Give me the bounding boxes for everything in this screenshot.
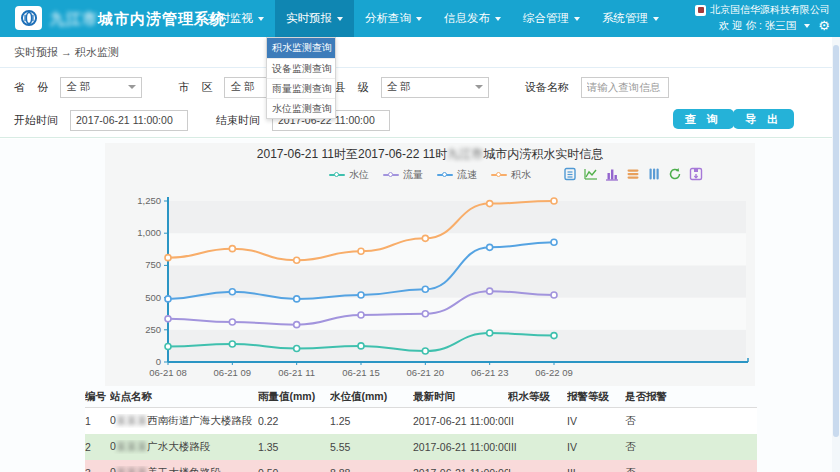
menu-item-3[interactable]: 水位监测查询 (267, 98, 335, 118)
svg-text:06-21 20: 06-21 20 (407, 367, 445, 378)
svg-text:06-21 15: 06-21 15 (342, 367, 380, 378)
main-nav: 实时监视实时预报分析查询信息发布综合管理系统管理 (196, 0, 670, 37)
chart-title-city-redacted: 九江市 (447, 147, 483, 161)
legend-item-流速[interactable]: 流速 (437, 168, 477, 182)
svg-text:1,000: 1,000 (137, 227, 161, 238)
column-header: 水位值(mm) (330, 390, 413, 404)
device-name-input[interactable] (581, 77, 669, 98)
table-cell: III (567, 467, 625, 472)
chevron-down-icon (804, 24, 810, 28)
table-cell: 1.25 (330, 415, 413, 427)
nav-item-1[interactable]: 实时预报 (275, 0, 354, 37)
station-id-redacted: 某某某 (116, 440, 148, 452)
station-id-redacted: 某某某 (116, 414, 148, 426)
table-cell: 3 (85, 467, 110, 472)
bar-chart-icon[interactable] (605, 167, 619, 181)
menu-item-1[interactable]: 设备监测查询 (267, 58, 335, 78)
app-header: 九江市城市内涝管理系统 实时监视实时预报分析查询信息发布综合管理系统管理 北京国… (0, 0, 840, 37)
svg-text:06-21 23: 06-21 23 (471, 367, 509, 378)
chart-panel: 2017-06-21 11时至2017-06-22 11时九江市城市内涝积水实时… (105, 143, 755, 386)
scrollbar-thumb[interactable] (833, 45, 839, 437)
menu-item-2[interactable]: 雨量监测查询 (267, 78, 335, 98)
chevron-down-icon (475, 85, 483, 89)
line-chart-icon[interactable] (584, 167, 598, 181)
column-header: 积水等级 (508, 390, 567, 404)
data-view-icon[interactable] (563, 167, 577, 181)
stack-icon[interactable] (626, 167, 640, 181)
province-select[interactable]: 全 部 (60, 77, 142, 98)
column-header: 雨量值(mm) (258, 390, 330, 404)
start-time-label: 开始时间 (14, 113, 58, 128)
column-header: 编号 (85, 390, 110, 404)
table-cell: IV (567, 415, 625, 427)
province-label: 省 份 (14, 80, 48, 95)
table-cell: IV (567, 441, 625, 453)
nav-item-2[interactable]: 分析查询 (354, 0, 433, 37)
chevron-down-icon (128, 85, 136, 89)
svg-text:0: 0 (156, 356, 161, 367)
station-id-redacted: 某某某 (116, 466, 148, 472)
table-cell: 1 (85, 415, 110, 427)
svg-text:500: 500 (145, 292, 161, 303)
chart-toolbox (563, 167, 703, 181)
legend-item-积水[interactable]: 积水 (491, 168, 531, 182)
breadcrumb-bar: 实时预报 → 积水监测 (0, 37, 832, 68)
filter-panel: 省 份 全 部 市 区 全 部 县 级 全 部 设备名称 开始时间 结束时间 查… (0, 68, 832, 138)
chart-title: 2017-06-21 11时至2017-06-22 11时九江市城市内涝积水实时… (105, 146, 755, 163)
table-row[interactable]: 30某某某美玉大楼角路段0.508.882017-06-21 11:00:00I… (85, 460, 757, 472)
save-as-image-icon[interactable] (689, 167, 703, 181)
menu-item-0[interactable]: 积水监测查询 (267, 38, 335, 58)
start-time-input[interactable] (70, 110, 188, 131)
county-select[interactable]: 全 部 (381, 77, 489, 98)
line-chart: 02505007501,0001,25006-21 0806-21 0906-2… (105, 187, 755, 385)
tiled-icon[interactable] (647, 167, 661, 181)
company-name: 北京国信华源科技有限公司 (695, 3, 830, 17)
table-cell: 2017-06-21 11:00:00 (413, 441, 508, 453)
table-row[interactable]: 10某某某西南街道广海大楼路段0.221.252017-06-21 11:00:… (85, 408, 757, 434)
content-area: 2017-06-21 11时至2017-06-22 11时九江市城市内涝积水实时… (0, 139, 832, 472)
nav-dropdown-menu: 积水监测查询设备监测查询雨量监测查询水位监测查询 (266, 37, 336, 119)
device-name-label: 设备名称 (525, 80, 569, 95)
table-cell: III (508, 441, 567, 453)
table-cell: 5.55 (330, 441, 413, 453)
nav-item-3[interactable]: 信息发布 (433, 0, 512, 37)
svg-text:06-21 09: 06-21 09 (214, 367, 252, 378)
column-header: 报警等级 (567, 390, 625, 404)
nav-item-4[interactable]: 综合管理 (512, 0, 591, 37)
table-cell: 2017-06-21 11:00:00 (413, 415, 508, 427)
nav-item-5[interactable]: 系统管理 (591, 0, 670, 37)
nav-item-0[interactable]: 实时监视 (196, 0, 275, 37)
chevron-down-icon (337, 17, 343, 21)
table-header-row: 编号站点名称雨量值(mm)水位值(mm)最新时间积水等级报警等级是否报警 (85, 386, 757, 408)
legend-item-水位[interactable]: 水位 (329, 168, 369, 182)
welcome-label: 欢 迎 你 : (719, 17, 762, 34)
station-name: 0某某某广水大楼路段 (110, 440, 258, 454)
table-cell: 1.35 (258, 441, 330, 453)
company-logo-icon (695, 5, 706, 16)
table-cell: 否 (625, 466, 697, 472)
username[interactable]: 张三国 (765, 17, 797, 34)
column-header: 是否报警 (625, 390, 697, 404)
page: 九江市城市内涝管理系统 实时监视实时预报分析查询信息发布综合管理系统管理 北京国… (0, 0, 840, 472)
svg-text:06-21 08: 06-21 08 (149, 367, 187, 378)
breadcrumb: 实时预报 → 积水监测 (14, 37, 119, 68)
export-button[interactable]: 导 出 (733, 109, 794, 129)
table-cell: 0.22 (258, 415, 330, 427)
user-box: 北京国信华源科技有限公司 欢 迎 你 : 张三国 ⚙ (695, 3, 830, 34)
end-time-label: 结束时间 (216, 113, 260, 128)
table-cell: 2 (85, 441, 110, 453)
table-cell: 否 (625, 414, 697, 428)
table-cell: I (508, 467, 567, 472)
legend-item-流量[interactable]: 流量 (383, 168, 423, 182)
settings-gear-icon[interactable]: ⚙ (818, 19, 830, 32)
app-title-city-redacted: 九江市 (50, 10, 98, 27)
restore-icon[interactable] (668, 167, 682, 181)
chevron-down-icon (258, 17, 264, 21)
station-name: 0某某某美玉大楼角路段 (110, 466, 258, 472)
county-label: 县 级 (334, 80, 368, 95)
station-name: 0某某某西南街道广海大楼路段 (110, 414, 258, 428)
svg-text:06-22 09: 06-22 09 (535, 367, 573, 378)
table-row[interactable]: 20某某某广水大楼路段1.355.552017-06-21 11:00:00II… (85, 434, 757, 460)
query-button[interactable]: 查 询 (673, 109, 734, 129)
scrollbar (832, 37, 840, 472)
